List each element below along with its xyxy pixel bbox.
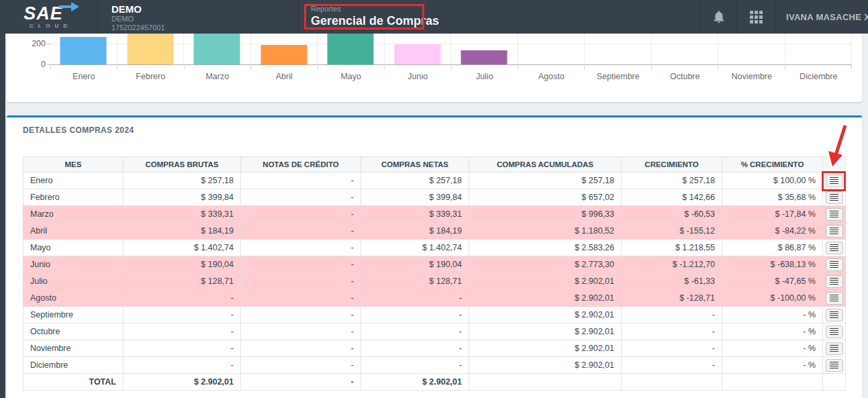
chart-column-febrero [117, 34, 185, 64]
column-header-1: COMPRAS BRUTAS [124, 157, 241, 172]
x-tick [652, 66, 718, 69]
cell-notas: - [241, 223, 361, 240]
row-detail-menu-button[interactable] [826, 326, 843, 338]
cell-mes: Marzo [23, 206, 124, 223]
cell-crecimiento: $ -1.212,70 [622, 256, 722, 273]
cell-mes: Junio [23, 256, 124, 273]
user-menu[interactable]: IVANA MASACHE X [775, 0, 868, 34]
purchases-bar-chart-card: 200 0 EneroFebreroMarzoAbrilMayoJunioJul… [7, 34, 862, 102]
app-header: SAE CLOUD DEMO DEMO 1752022457001 Report… [0, 0, 868, 34]
chart-column-octubre [652, 34, 719, 64]
cell-crecimiento: $ -128,71 [622, 290, 722, 307]
row-detail-menu-button[interactable] [826, 225, 843, 238]
table-row-marzo: Marzo$ 339,31-$ 339,31$ 996,33$ -60,53$ … [23, 206, 846, 223]
month-label-junio: Junio [385, 72, 452, 81]
notifications-button[interactable] [700, 0, 737, 34]
cell-notas: - [241, 290, 361, 307]
cell-acumuladas: $ 257,18 [469, 172, 622, 189]
cell-netas: $ 128,71 [361, 273, 469, 290]
cell-notas: - [241, 189, 361, 206]
table-row-agosto: Agosto---$ 2.902,01$ -128,71$ -100,00 % [23, 290, 846, 307]
cell-brutas: $ 190,04 [124, 256, 241, 273]
cell-notas: - [241, 307, 361, 324]
chart-column-enero [50, 34, 117, 64]
cell-actions [823, 189, 846, 206]
apps-grid-button[interactable] [737, 0, 775, 34]
sae-logo: SAE CLOUD [0, 0, 97, 34]
month-label-octubre: Octubre [652, 72, 719, 81]
cell-pct_crecimiento: - % [722, 324, 823, 340]
row-detail-menu-button[interactable] [826, 175, 843, 187]
bar-julio [461, 50, 508, 64]
cell-actions [823, 290, 846, 307]
column-header-5: CRECIMIENTO [622, 157, 722, 172]
table-row-diciembre: Diciembre---$ 2.902,01-- % [23, 357, 846, 374]
cell-netas: $ 339,31 [361, 206, 469, 223]
month-label-abril: Abril [251, 72, 318, 81]
row-detail-menu-button[interactable] [826, 275, 843, 288]
cell-netas: $ 1.402,74 [361, 240, 469, 256]
x-axis-labels: EneroFebreroMarzoAbrilMayoJunioJulioAgos… [50, 72, 852, 81]
cell-pct_crecimiento: $ -638,13 % [722, 256, 823, 273]
chart-plot-area [50, 34, 852, 65]
x-tick [585, 66, 651, 69]
cell-pct_crecimiento: - % [722, 307, 823, 324]
table-row-abril: Abril$ 184,19-$ 184,19$ 1.180,52$ -155,1… [23, 223, 846, 240]
month-label-diciembre: Diciembre [785, 72, 853, 81]
cell-brutas: - [124, 324, 241, 340]
row-detail-menu-button[interactable] [826, 292, 843, 305]
section-title: DETALLES COMPRAS 2024 [23, 126, 846, 135]
x-tick [318, 66, 385, 69]
cell-pct_crecimiento: $ -84,22 % [722, 223, 823, 240]
cell-actions [823, 324, 846, 340]
y-axis-tick-0: 0 [41, 60, 46, 69]
cell-acumuladas: $ 2.583,26 [469, 240, 622, 256]
row-detail-menu-button[interactable] [826, 342, 843, 355]
cell-acumuladas: $ 2.773,30 [469, 256, 622, 273]
cell-pct_crecimiento: $ -100,00 % [722, 290, 823, 307]
breadcrumb: Reportes Gerencial de Compras [299, 0, 700, 34]
cell-mes: Febrero [23, 189, 124, 206]
cell-pct_crecimiento: - % [722, 340, 823, 357]
cell-crecimiento: $ -60,53 [622, 206, 722, 223]
cell-notas: - [241, 324, 361, 340]
cell-brutas: $ 184,19 [124, 223, 241, 240]
row-detail-menu-button[interactable] [826, 208, 843, 221]
bar-marzo [194, 34, 240, 64]
chart-column-junio [385, 34, 452, 64]
row-detail-menu-button[interactable] [826, 359, 843, 372]
table-row-junio: Junio$ 190,04-$ 190,04$ 2.773,30$ -1.212… [23, 256, 846, 273]
chart-column-julio [451, 34, 518, 64]
cell-actions [823, 307, 846, 324]
x-tick [518, 66, 585, 69]
cell-total-actions [823, 374, 846, 391]
cell-pct_crecimiento: $ 35,68 % [722, 189, 823, 206]
row-detail-menu-button[interactable] [826, 309, 843, 321]
company-id: 1752022457001 [111, 23, 298, 32]
cell-brutas: $ 339,31 [124, 206, 241, 223]
cell-netas: - [361, 290, 469, 307]
row-detail-menu-button[interactable] [826, 191, 843, 204]
cell-total-netas: $ 2.902,01 [361, 374, 469, 391]
cell-total-notas: - [241, 374, 361, 391]
cell-crecimiento: - [622, 307, 722, 324]
chart-column-agosto [518, 34, 585, 64]
company-name: DEMO [111, 3, 298, 15]
chart-column-diciembre [785, 34, 853, 64]
row-detail-menu-button[interactable] [826, 258, 843, 271]
cell-acumuladas: $ 2.902,01 [469, 357, 622, 374]
cell-total-crecimiento [622, 374, 722, 391]
company-block: DEMO DEMO 1752022457001 [98, 0, 298, 34]
detalles-compras-card: DETALLES COMPRAS 2024 MESCOMPRAS BRUTASN… [7, 115, 862, 398]
logo-arrow-icon [59, 2, 79, 11]
row-detail-menu-button[interactable] [826, 242, 843, 254]
column-header-0: MES [23, 157, 124, 172]
cell-notas: - [241, 256, 361, 273]
cell-total-brutas: $ 2.902,01 [124, 374, 241, 391]
cell-mes: Noviembre [23, 340, 124, 357]
month-label-mayo: Mayo [318, 72, 385, 81]
bar-febrero [127, 34, 173, 64]
table-row-septiembre: Septiembre---$ 2.902,01-- % [23, 307, 846, 324]
chart-column-noviembre [718, 34, 785, 64]
cell-total-acumuladas [469, 374, 622, 391]
